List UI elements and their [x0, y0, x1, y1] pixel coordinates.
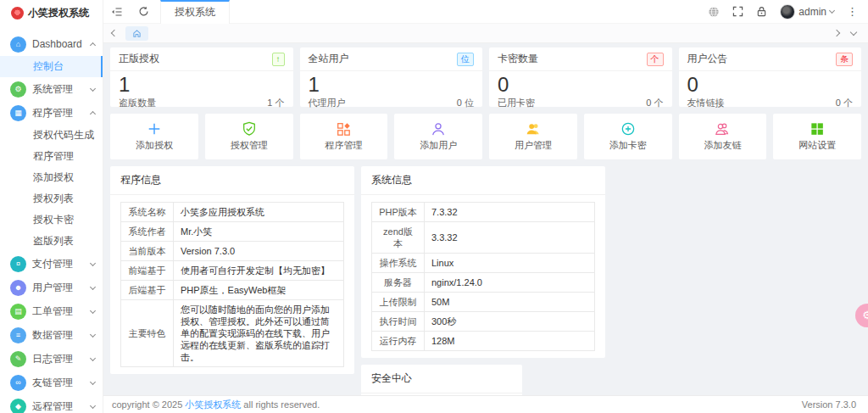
collapse-sidebar-icon[interactable]	[103, 0, 131, 23]
stat-badge: 个	[647, 53, 664, 66]
quick-action-site-settings[interactable]: 网站设置	[773, 114, 861, 159]
sidebar-item-program-manage[interactable]: 程序管理	[0, 146, 103, 167]
tab-strip-controls	[834, 31, 860, 36]
panel-title: 安全中心	[361, 365, 522, 393]
quick-action-add-auth[interactable]: 添加授权	[110, 114, 198, 159]
stat-card-card-keys: 卡密数量 个 0 已用卡密 0 个	[489, 47, 672, 107]
sidebar-item-program[interactable]: ▦ 程序管理	[0, 101, 103, 125]
grid-icon	[810, 121, 825, 137]
brand-logo-icon	[11, 7, 24, 20]
stat-value: 1	[110, 71, 293, 96]
chevron-down-icon	[90, 283, 96, 289]
users-outline-icon	[715, 121, 730, 137]
payment-icon: ¤	[10, 256, 26, 272]
table-row: 系统作者Mr.小笑	[121, 222, 344, 242]
sidebar-item-payment[interactable]: ¤ 支付管理	[0, 252, 103, 276]
row-label: 上传限制	[372, 293, 425, 312]
footer-brand-link[interactable]: 小笑授权系统	[185, 399, 241, 411]
row-value: 7.3.32	[425, 203, 595, 222]
copyright-suffix: all rights reserved.	[243, 399, 320, 410]
row-label: 后端基于	[121, 281, 174, 300]
home-icon: ⌂	[10, 36, 26, 53]
quick-action-label: 添加友链	[704, 139, 741, 152]
refresh-icon[interactable]	[131, 0, 157, 23]
brand-name: 小笑授权系统	[28, 6, 89, 20]
row-label: 服务器	[372, 273, 425, 293]
chevron-down-icon	[90, 402, 96, 408]
sidebar-item-label: 友链管理	[32, 376, 91, 390]
sidebar-item-label: 日志管理	[32, 352, 91, 366]
row-label: 当前版本	[121, 242, 174, 261]
sidebar-item-auth-list[interactable]: 授权列表	[0, 188, 103, 209]
row-label: zend版本	[372, 222, 425, 254]
quick-action-user-manage[interactable]: 用户管理	[489, 114, 577, 159]
row-value: nginx/1.24.0	[425, 273, 595, 293]
chevron-down-icon	[90, 354, 96, 360]
tab-auth-system[interactable]: 授权系统	[160, 0, 230, 24]
row-label: 运行内存	[372, 332, 425, 351]
sidebar-item-user[interactable]: ☻ 用户管理	[0, 276, 103, 299]
sidebar-item-label: 用户管理	[32, 281, 91, 295]
sidebar-item-friendlink[interactable]: ∞ 友链管理	[0, 371, 103, 394]
database-icon: ≡	[10, 327, 26, 343]
sidebar-item-data[interactable]: ≡ 数据管理	[0, 323, 103, 347]
sidebar-item-dashboard[interactable]: ⌂ Dashboard	[0, 32, 103, 56]
quick-action-add-user[interactable]: 添加用户	[394, 114, 482, 159]
sidebar-item-pirate-list[interactable]: 盗版列表	[0, 231, 103, 252]
user-menu[interactable]: admin	[780, 4, 834, 20]
topbar-actions: admin ⋮	[708, 4, 868, 20]
stat-card-genuine-auth: 正版授权 ↑ 1 盗版数量 1 个	[110, 47, 293, 107]
log-icon: ✎	[10, 351, 26, 367]
quick-actions-row: 添加授权 授权管理 程序管理 添加用户 用户管理	[110, 114, 861, 159]
tabs-menu-icon[interactable]	[850, 29, 857, 36]
quick-action-add-card-key[interactable]: 添加卡密	[584, 114, 672, 159]
row-value: 使用者可自行开发定制【均无加密】	[174, 261, 344, 281]
sidebar-item-auth-code-gen[interactable]: 授权代码生成	[0, 125, 103, 146]
info-right-column: 系统信息 PHP版本7.3.32 zend版本3.3.32 操作系统Linux …	[361, 166, 605, 395]
sidebar-item-system[interactable]: ⚙ 系统管理	[0, 77, 103, 101]
quick-action-label: 程序管理	[325, 139, 362, 152]
brand-logo[interactable]: 小笑授权系统	[0, 0, 103, 25]
stat-title: 正版授权	[119, 52, 159, 66]
users-icon	[526, 121, 541, 137]
home-icon	[132, 29, 142, 38]
quick-action-label: 授权管理	[231, 139, 268, 152]
quick-action-auth-manage[interactable]: 授权管理	[205, 114, 293, 159]
link-icon: ∞	[10, 375, 26, 391]
chevron-down-icon	[90, 85, 96, 91]
tabs-scroll-left-icon[interactable]	[111, 30, 118, 36]
fullscreen-icon[interactable]	[732, 6, 743, 17]
sidebar-item-remote[interactable]: ◆ 远程管理	[0, 394, 103, 413]
chevron-down-icon	[90, 331, 96, 337]
more-menu-icon[interactable]: ⋮	[847, 5, 858, 18]
lock-icon[interactable]	[756, 6, 767, 17]
quick-action-program-manage[interactable]: 程序管理	[300, 114, 388, 159]
dashboard-content: 正版授权 ↑ 1 盗版数量 1 个 全站用户 位 1	[103, 43, 868, 395]
stat-badge: ↑	[272, 53, 285, 66]
quick-action-add-friendlink[interactable]: 添加友链	[679, 114, 767, 159]
sidebar-item-add-auth[interactable]: 添加授权	[0, 167, 103, 188]
quick-action-label: 添加用户	[420, 139, 457, 152]
stat-card-announcements: 用户公告 条 0 友情链接 0 个	[679, 47, 862, 107]
row-value: 50M	[425, 293, 595, 312]
chevron-up-icon	[90, 42, 96, 47]
row-label: 系统名称	[121, 203, 174, 222]
sidebar-item-console[interactable]: 控制台	[0, 56, 103, 77]
circle-plus-icon	[620, 121, 636, 137]
sidebar-item-workorder[interactable]: ▤ 工单管理	[0, 299, 103, 323]
row-value: 您可以随时随地的面向您的用户添加授权、管理授权。此外还可以通过简单的配置实现源码…	[174, 300, 344, 367]
tabs-scroll-right-icon[interactable]	[833, 30, 840, 36]
username: admin	[798, 6, 826, 18]
sidebar-item-log[interactable]: ✎ 日志管理	[0, 347, 103, 371]
sidebar-nav: ⌂ Dashboard 控制台 ⚙ 系统管理 ▦ 程序管理 授权代码生成 程序管…	[0, 25, 103, 413]
home-tab[interactable]	[125, 26, 148, 41]
main-area: 授权系统 admin ⋮	[103, 0, 868, 413]
stats-row: 正版授权 ↑ 1 盗版数量 1 个 全站用户 位 1	[110, 47, 861, 107]
top-bar: 授权系统 admin ⋮	[103, 0, 868, 24]
row-value: Linux	[425, 254, 595, 273]
plus-icon	[147, 121, 162, 137]
language-icon[interactable]	[708, 6, 720, 18]
sidebar-item-auth-card[interactable]: 授权卡密	[0, 209, 103, 231]
sidebar-item-label: 支付管理	[32, 257, 91, 271]
system-info-table: PHP版本7.3.32 zend版本3.3.32 操作系统Linux 服务器ng…	[371, 202, 595, 351]
